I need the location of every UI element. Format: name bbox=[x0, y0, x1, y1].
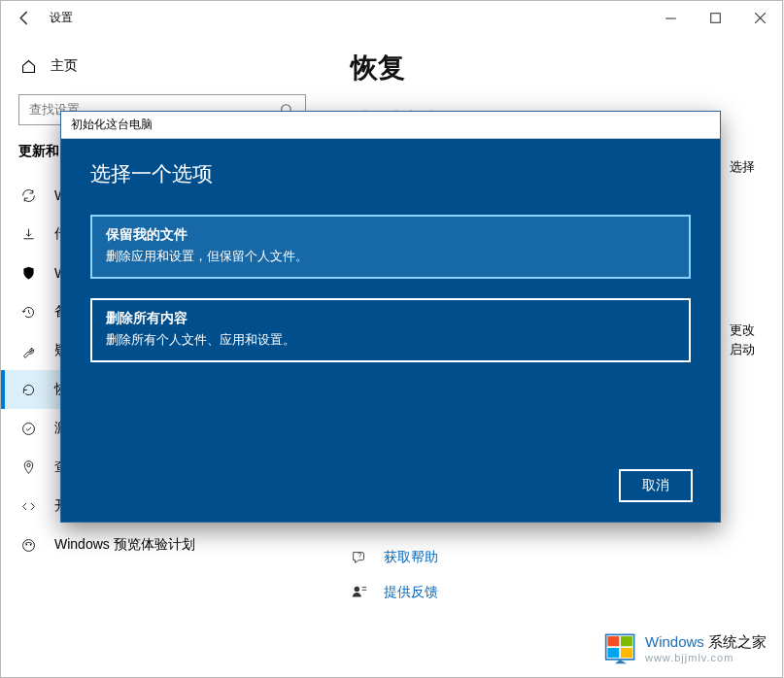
arrow-left-icon bbox=[17, 10, 33, 26]
sidebar-item-label: Windows 预览体验计划 bbox=[54, 536, 195, 554]
svg-point-2 bbox=[23, 423, 35, 434]
dialog-header: 初始化这台电脑 bbox=[61, 112, 720, 139]
svg-rect-10 bbox=[621, 636, 632, 646]
home-icon bbox=[20, 58, 37, 75]
minimize-button[interactable] bbox=[648, 1, 693, 34]
help-icon: ? bbox=[351, 549, 368, 566]
link-label: 提供反馈 bbox=[384, 584, 438, 601]
download-icon bbox=[20, 226, 37, 243]
recovery-icon bbox=[20, 382, 37, 398]
history-icon bbox=[20, 304, 37, 321]
option-remove-everything[interactable]: 删除所有内容 删除所有个人文件、应用和设置。 bbox=[90, 298, 691, 362]
svg-rect-11 bbox=[607, 648, 619, 658]
option-title: 删除所有内容 bbox=[106, 310, 675, 327]
option-title: 保留我的文件 bbox=[106, 226, 675, 244]
back-button[interactable] bbox=[1, 10, 48, 26]
svg-point-5 bbox=[26, 543, 28, 545]
svg-point-3 bbox=[27, 463, 30, 466]
feedback-link[interactable]: 提供反馈 bbox=[351, 584, 753, 601]
option-desc: 删除所有个人文件、应用和设置。 bbox=[106, 331, 675, 349]
shield-icon bbox=[20, 265, 37, 282]
hint-text: 启动 bbox=[730, 341, 755, 358]
window-title: 设置 bbox=[50, 10, 73, 26]
watermark-brand: Windows bbox=[645, 633, 704, 650]
watermark-suffix: 系统之家 bbox=[708, 633, 767, 650]
watermark-url: www.bjjmlv.com bbox=[645, 652, 767, 663]
dialog-title: 选择一个选项 bbox=[90, 160, 691, 187]
svg-point-4 bbox=[23, 539, 35, 551]
cancel-button[interactable]: 取消 bbox=[619, 469, 693, 502]
page-title: 恢复 bbox=[351, 50, 753, 86]
svg-rect-12 bbox=[621, 648, 632, 658]
svg-text:?: ? bbox=[358, 551, 361, 559]
windows-logo-icon bbox=[604, 631, 637, 664]
hint-text: 选择 bbox=[730, 158, 755, 176]
svg-rect-0 bbox=[710, 13, 720, 22]
svg-point-8 bbox=[355, 587, 359, 592]
option-desc: 删除应用和设置，但保留个人文件。 bbox=[106, 248, 675, 265]
check-circle-icon bbox=[20, 421, 37, 437]
watermark: Windows 系统之家 www.bjjmlv.com bbox=[604, 631, 767, 664]
sidebar-item-insider[interactable]: Windows 预览体验计划 bbox=[1, 525, 304, 564]
sync-icon bbox=[20, 187, 37, 204]
home-label: 主页 bbox=[51, 57, 78, 75]
close-icon bbox=[752, 10, 768, 26]
option-keep-files[interactable]: 保留我的文件 删除应用和设置，但保留个人文件。 bbox=[90, 215, 691, 279]
location-icon bbox=[20, 459, 37, 476]
feedback-icon bbox=[351, 584, 368, 601]
svg-point-6 bbox=[30, 543, 32, 545]
close-button[interactable] bbox=[737, 1, 782, 34]
wrench-icon bbox=[20, 343, 37, 359]
maximize-icon bbox=[707, 10, 724, 26]
titlebar: 设置 bbox=[1, 1, 782, 34]
link-label: 获取帮助 bbox=[384, 549, 438, 566]
hint-text: 更改 bbox=[730, 322, 755, 339]
code-icon bbox=[20, 498, 37, 515]
maximize-button[interactable] bbox=[693, 1, 737, 34]
reset-pc-dialog: 初始化这台电脑 选择一个选项 保留我的文件 删除应用和设置，但保留个人文件。 删… bbox=[60, 111, 721, 523]
get-help-link[interactable]: ? 获取帮助 bbox=[351, 549, 753, 566]
sidebar-home[interactable]: 主页 bbox=[20, 57, 302, 75]
insider-icon bbox=[20, 537, 37, 554]
svg-rect-9 bbox=[607, 636, 619, 646]
minimize-icon bbox=[663, 10, 679, 26]
